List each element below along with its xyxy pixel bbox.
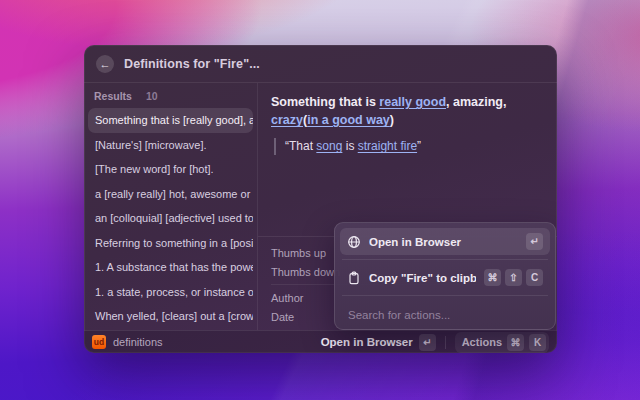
action-label: Open in Browser — [369, 236, 518, 248]
key-cmd: ⌘ — [484, 269, 501, 286]
actions-menu-button[interactable]: Actions ⌘ K — [455, 332, 549, 353]
example-link[interactable]: song — [316, 139, 342, 153]
definition-link[interactable]: crazy — [271, 113, 303, 127]
list-item[interactable]: a [really really] hot, awesome or ama… — [88, 182, 253, 207]
key-shift: ⇧ — [505, 269, 522, 286]
command-name: definitions — [113, 336, 163, 348]
definition-segment: , amazing, — [446, 95, 506, 109]
status-bar: ud definitions Open in Browser ↵ Actions… — [84, 330, 557, 353]
raycast-window: ← Definitions for "Fire"... Results 10 S… — [84, 45, 557, 353]
list-item[interactable]: When yelled, [clears] out a [crowded… — [88, 304, 253, 329]
clipboard-icon — [347, 271, 361, 285]
results-list: Results 10 Something that is [really goo… — [84, 83, 258, 330]
results-header: Results 10 — [84, 90, 257, 108]
list-item[interactable]: an [colloquial] [adjective] used to de… — [88, 206, 253, 231]
results-count: 10 — [146, 90, 158, 102]
action-open-in-browser[interactable]: Open in Browser ↵ — [340, 228, 550, 255]
list-item[interactable]: Referring to something in a [positive… — [88, 231, 253, 256]
back-arrow-icon: ← — [100, 58, 111, 70]
globe-icon — [347, 235, 361, 249]
key-k: K — [529, 334, 546, 351]
definition-text: Something that is really good, amazing, … — [271, 93, 543, 129]
key-return: ↵ — [419, 334, 436, 351]
panel-divider — [342, 259, 548, 260]
urban-dictionary-logo-icon: ud — [92, 335, 106, 349]
action-panel: Open in Browser ↵ Copy "Fire" to clipboa… — [334, 222, 556, 330]
example-link[interactable]: straight fire — [358, 139, 417, 153]
key-c: C — [526, 269, 543, 286]
definition-link[interactable]: really good — [379, 95, 446, 109]
list-item[interactable]: 1. a state, process, or instance of [co… — [88, 280, 253, 305]
results-label: Results — [94, 90, 132, 102]
example-quote: “That song is straight fire” — [274, 138, 543, 155]
example-segment: ” — [417, 139, 421, 153]
action-copy-to-clipboard[interactable]: Copy "Fire" to clipboard ⌘ ⇧ C — [340, 264, 550, 291]
page-title: Definitions for "Fire"... — [124, 57, 260, 71]
list-item[interactable]: [Nature's] [microwave]. — [88, 133, 253, 158]
back-button[interactable]: ← — [96, 55, 114, 73]
definition-link[interactable]: in a good way — [307, 113, 390, 127]
action-label: Copy "Fire" to clipboard — [369, 272, 476, 284]
example-segment: “That — [285, 139, 316, 153]
actions-label: Actions — [462, 336, 502, 348]
definition-segment: ) — [390, 113, 394, 127]
list-item[interactable]: 1. A substance that has the power t… — [88, 255, 253, 280]
list-item[interactable]: Something that is [really good], ama… — [88, 108, 253, 133]
definition-segment: Something that is — [271, 95, 379, 109]
action-search-input[interactable] — [348, 309, 542, 321]
window-header: ← Definitions for "Fire"... — [84, 45, 557, 83]
footer-divider — [445, 336, 446, 349]
list-item[interactable]: [The new word] for [hot]. — [88, 157, 253, 182]
key-return: ↵ — [526, 233, 543, 250]
key-cmd: ⌘ — [507, 334, 524, 351]
primary-action-button[interactable]: Open in Browser — [321, 336, 413, 348]
panel-divider — [342, 295, 548, 296]
action-search-row — [340, 300, 550, 329]
example-segment: is — [342, 139, 357, 153]
